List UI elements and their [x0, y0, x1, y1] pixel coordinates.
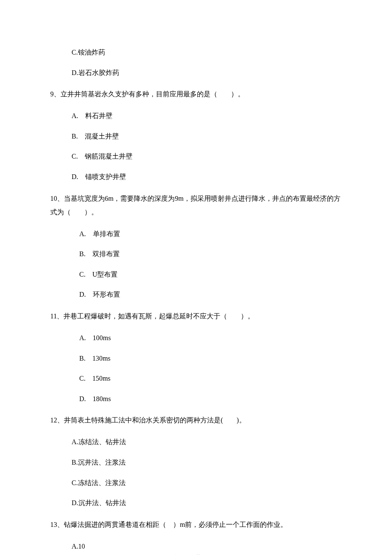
question-11-option-a: A. 100ms — [50, 332, 342, 344]
question-11-option-b: B. 130ms — [50, 353, 342, 364]
question-9-stem: 9、立井井筒基岩永久支护有多种，目前应用最多的是（ ）。 — [50, 87, 342, 101]
question-12-stem: 12、井筒表土特殊施工法中和治水关系密切的两种方法是( )。 — [50, 413, 342, 427]
question-9-option-b: B. 混凝土井壁 — [50, 131, 342, 142]
question-12-option-c: C.冻结法、注浆法 — [50, 477, 342, 489]
question-13-option-a: A.10 — [50, 541, 342, 552]
question-13-stem: 13、钻爆法掘进的两贯通巷道在相距（ ）m前，必须停止一个工作面的作业。 — [50, 518, 342, 532]
question-10-stem: 10、当基坑宽度为6m，需要降水的深度为9m，拟采用喷射井点进行降水，井点的布置… — [50, 192, 342, 219]
question-9-option-d: D. 锚喷支护井壁 — [50, 171, 342, 182]
question-10-option-b: B. 双排布置 — [50, 249, 342, 260]
question-11-option-c: C. 150ms — [50, 373, 342, 384]
question-10-option-a: A. 单排布置 — [50, 228, 342, 240]
question-9-option-c: C. 钢筋混凝土井壁 — [50, 151, 342, 162]
document-page: C.铵油炸药 D.岩石水胶炸药 9、立井井筒基岩永久支护有多种，目前应用最多的是… — [0, 0, 392, 555]
question-10-option-c: C. U型布置 — [50, 269, 342, 280]
question-11-stem: 11、井巷工程爆破时，如遇有瓦斯，起爆总延时不应大于（ ）。 — [50, 309, 342, 323]
question-11-option-d: D. 180ms — [50, 393, 342, 405]
option-d-leading: D.岩石水胶炸药 — [50, 67, 342, 78]
option-c-leading: C.铵油炸药 — [50, 47, 342, 58]
question-12-option-d: D.沉井法、钻井法 — [50, 497, 342, 509]
question-12-option-a: A.冻结法、钻井法 — [50, 436, 342, 448]
page-footer: 第 3 页 共 14 页 — [0, 553, 392, 555]
question-10-option-d: D. 环形布置 — [50, 289, 342, 300]
question-9-option-a: A. 料石井壁 — [50, 110, 342, 121]
question-12-option-b: B.沉井法、注浆法 — [50, 457, 342, 468]
